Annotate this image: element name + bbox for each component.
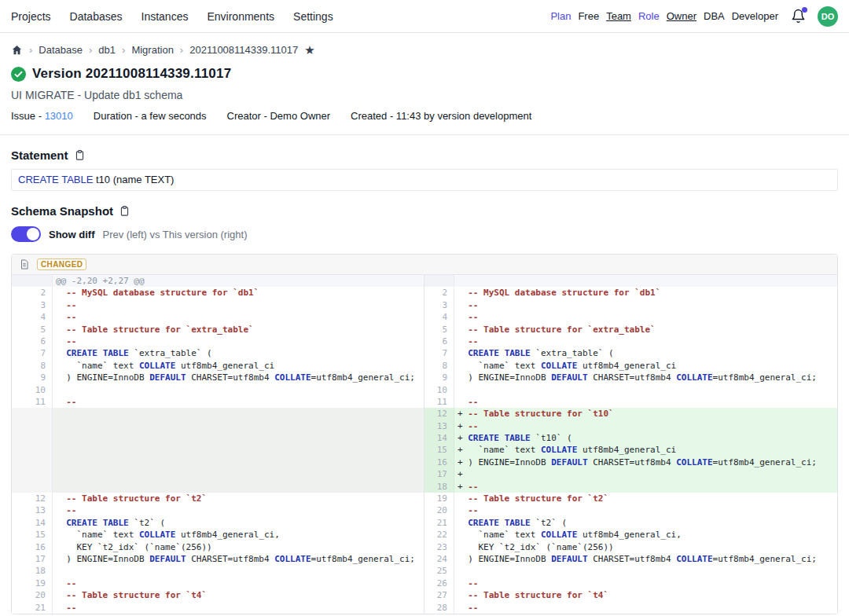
page-title: Version 20211008114339.11017	[32, 66, 231, 82]
line-number: 18	[12, 565, 53, 577]
nav-item-databases[interactable]: Databases	[70, 10, 123, 23]
diff-line: 21 --	[12, 602, 424, 614]
nav-right-plan: Plan	[550, 10, 571, 22]
nav-right-owner[interactable]: Owner	[667, 10, 696, 22]
line-number: 8	[424, 360, 454, 372]
line-number	[12, 456, 53, 468]
line-code: -- MySQL database structure for `db1`	[454, 287, 837, 299]
page-content: ›Database›db1›Migration›20211008114339.1…	[0, 44, 849, 614]
diff-line: 5 -- Table structure for `extra_table`	[424, 324, 837, 336]
toggle-knob	[27, 228, 39, 240]
line-code	[454, 384, 837, 396]
line-number	[12, 444, 53, 456]
diff-line: 24 ) ENGINE=InnoDB DEFAULT CHARSET=utf8m…	[424, 553, 837, 565]
nav-right-free: Free	[578, 10, 599, 22]
issue-link[interactable]: 13010	[45, 110, 73, 122]
home-icon[interactable]	[11, 44, 23, 56]
line-number: 16	[12, 541, 53, 553]
show-diff-label: Show diff	[49, 229, 95, 240]
diff-line: 4 --	[424, 311, 837, 323]
line-code: --	[53, 396, 424, 408]
diff-line: 9 ) ENGINE=InnoDB DEFAULT CHARSET=utf8mb…	[424, 372, 837, 383]
copy-statement-icon[interactable]	[74, 149, 86, 161]
line-code: ) ENGINE=InnoDB DEFAULT CHARSET=utf8mb4 …	[454, 372, 837, 383]
main-nav: ProjectsDatabasesInstancesEnvironmentsSe…	[11, 10, 333, 23]
line-number: 4	[12, 311, 53, 323]
version-title-row: Version 20211008114339.11017	[11, 66, 838, 82]
nav-item-instances[interactable]: Instances	[142, 10, 189, 23]
diff-line: 3 --	[424, 299, 837, 311]
line-number: 23	[424, 541, 454, 553]
line-number: 24	[424, 553, 454, 565]
notification-bell-icon[interactable]	[791, 9, 807, 24]
line-number: 10	[424, 384, 454, 396]
diff-line: 20 -- Table structure for `t4`	[12, 589, 424, 601]
nav-right-role: Role	[638, 10, 660, 22]
line-number	[12, 275, 53, 287]
line-code: CREATE TABLE `extra_table` (	[454, 347, 837, 359]
diff-line: 5 -- Table structure for `extra_table`	[12, 324, 424, 336]
meta-item: Created - 11:43 by version development	[351, 110, 531, 122]
line-number: 28	[424, 602, 454, 614]
diff-line: 7 CREATE TABLE `extra_table` (	[12, 347, 424, 359]
line-number	[12, 420, 53, 432]
line-code: -- Table structure for `t4`	[454, 589, 837, 601]
line-code: +	[454, 468, 837, 480]
favorite-star-icon[interactable]: ★	[304, 44, 314, 56]
copy-schema-icon[interactable]	[119, 205, 130, 217]
line-number: 20	[12, 589, 53, 601]
line-code: ) ENGINE=InnoDB DEFAULT CHARSET=utf8mb4 …	[454, 553, 837, 565]
version-subtitle: UI MIGRATE - Update db1 schema	[11, 89, 838, 101]
diff-line	[12, 481, 424, 493]
diff-line: 18	[12, 565, 424, 577]
diff-line: 12+ -- Table structure for `t10`	[424, 408, 837, 420]
statement-sql[interactable]: CREATE TABLE t10 (name TEXT)	[11, 169, 838, 191]
line-number: 2	[424, 287, 454, 299]
diff-line: 2 -- MySQL database structure for `db1`	[12, 287, 424, 299]
nav-item-environments[interactable]: Environments	[207, 10, 274, 23]
version-meta: Issue - 13010Duration - a few secondsCre…	[11, 110, 838, 122]
breadcrumb-item[interactable]: Database	[39, 44, 83, 56]
statement-heading: Statement	[11, 148, 68, 162]
diff-line: 11 --	[12, 396, 424, 408]
diff-line: @@ -2,20 +2,27 @@	[12, 275, 424, 287]
nav-item-projects[interactable]: Projects	[11, 10, 51, 23]
line-number: 15	[424, 444, 454, 456]
line-code: --	[454, 336, 837, 347]
line-number	[12, 432, 53, 444]
show-diff-toggle[interactable]	[11, 226, 41, 242]
meta-item: Issue - 13010	[11, 110, 73, 122]
line-number: 27	[424, 589, 454, 601]
line-number: 5	[12, 324, 53, 336]
top-nav: ProjectsDatabasesInstancesEnvironmentsSe…	[0, 0, 849, 33]
line-code: + --	[454, 420, 837, 432]
diff-header: CHANGED	[12, 255, 837, 275]
line-number: 16	[424, 456, 454, 468]
line-code: KEY `t2_idx` (`name`(256))	[53, 541, 424, 553]
diff-line: 12 -- Table structure for `t2`	[12, 493, 424, 504]
diff-line: 6 --	[424, 336, 837, 347]
breadcrumb-item[interactable]: 20211008114339.11017	[189, 44, 298, 56]
user-avatar[interactable]: DO	[818, 6, 838, 27]
diff-line: 26 --	[424, 578, 837, 589]
nav-right-team[interactable]: Team	[606, 10, 631, 22]
diff-line: 23 KEY `t2_idx` (`name`(256))	[424, 541, 837, 553]
line-number: 9	[12, 372, 53, 383]
breadcrumb-item[interactable]: db1	[98, 44, 116, 56]
diff-line: 8 `name` text COLLATE utf8mb4_general_ci	[424, 360, 837, 372]
line-code: + ) ENGINE=InnoDB DEFAULT CHARSET=utf8mb…	[454, 456, 837, 468]
line-number	[12, 481, 53, 493]
breadcrumb-item[interactable]: Migration	[131, 44, 173, 56]
schema-snapshot-heading-row: Schema Snapshot	[11, 204, 838, 218]
line-number: 26	[424, 578, 454, 589]
diff-line: 18+ --	[424, 481, 837, 493]
line-number: 25	[424, 565, 454, 577]
line-number: 21	[424, 517, 454, 529]
line-number: 14	[12, 517, 53, 529]
nav-item-settings[interactable]: Settings	[293, 10, 333, 23]
line-code: --	[454, 578, 837, 589]
diff-line: 7 CREATE TABLE `extra_table` (	[424, 347, 837, 359]
line-number: 13	[424, 420, 454, 432]
line-code: --	[53, 336, 424, 347]
line-code	[53, 456, 424, 468]
